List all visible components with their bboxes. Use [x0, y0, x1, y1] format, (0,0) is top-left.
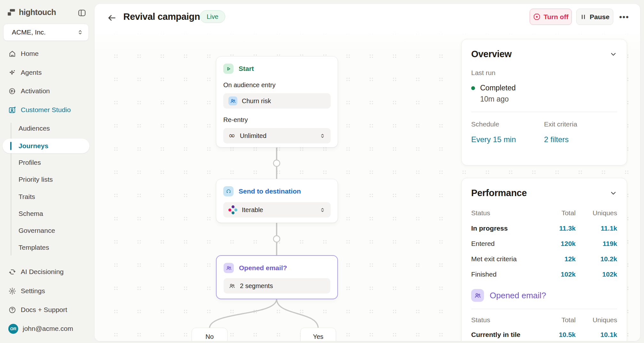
- column-uniques: Uniques: [576, 316, 617, 324]
- sidebar-item-customer-studio[interactable]: Customer Studio: [0, 103, 93, 117]
- segments-count: 2 segments: [240, 282, 273, 290]
- column-total: Total: [540, 316, 576, 324]
- audience-name: Churn risk: [242, 97, 271, 105]
- hightouch-logo: hightouch: [7, 8, 56, 17]
- selected-tile-link[interactable]: Opened email?: [490, 291, 546, 301]
- sidebar-item-label: Traits: [19, 193, 35, 201]
- sidebar-item-label: Settings: [21, 287, 45, 295]
- column-status: Status: [471, 209, 540, 217]
- performance-title: Performance: [471, 188, 527, 198]
- sidebar-item-label: AI Decisioning: [21, 268, 64, 276]
- sidebar-item-ai-decisioning[interactable]: AI Decisioning: [0, 265, 93, 279]
- customer-studio-icon: [8, 106, 16, 114]
- start-node[interactable]: Start On audience entry Churn risk Re-en…: [216, 56, 338, 148]
- row-status: In progress: [471, 225, 540, 232]
- sidebar-item-settings[interactable]: Settings: [0, 284, 93, 298]
- reentry-label: Re-entry: [223, 116, 331, 124]
- destination-select[interactable]: Iterable: [223, 202, 331, 217]
- row-total: 11.3k: [540, 225, 576, 232]
- row-status: Met exit criteria: [471, 255, 540, 263]
- node-title: Opened email?: [239, 264, 287, 272]
- audience-field[interactable]: Churn risk: [223, 93, 331, 109]
- row-total: 10.5k: [540, 331, 576, 339]
- segments-people-icon: [471, 289, 484, 302]
- gear-icon: [8, 287, 16, 295]
- destination-name: Iterable: [242, 206, 263, 214]
- user-email: john@acme.com: [23, 325, 73, 332]
- divider: [471, 112, 617, 112]
- last-run-time: 10m ago: [480, 95, 516, 103]
- help-icon: [8, 306, 16, 314]
- overview-card: Overview Last run Completed 10m ago Sche…: [461, 39, 627, 165]
- brand-name: hightouch: [19, 8, 56, 17]
- add-node-connector[interactable]: [273, 236, 280, 242]
- row-uniques: 11.1k: [576, 225, 617, 232]
- workspace-name: ACME, Inc.: [12, 28, 46, 36]
- sidebar-item-label: Journeys: [19, 142, 48, 150]
- unfold-chevrons-icon: [319, 133, 326, 139]
- sidebar-item-audiences[interactable]: Audiences: [0, 121, 93, 135]
- sidebar-item-label: Audiences: [19, 125, 50, 132]
- reentry-select[interactable]: ∞ Unlimited: [223, 128, 331, 143]
- chevron-down-icon[interactable]: [610, 50, 617, 58]
- sidebar-item-label: Home: [21, 50, 39, 57]
- row-total: 12k: [540, 255, 576, 263]
- sidebar-item-profiles[interactable]: Profiles: [0, 156, 93, 170]
- send-to-destination-node[interactable]: Send to destination Iterable: [216, 179, 338, 223]
- play-icon: [223, 64, 234, 74]
- row-uniques: 102k: [576, 271, 617, 278]
- destination-sync-icon: [223, 186, 234, 196]
- home-icon: [8, 50, 16, 58]
- chevron-down-icon[interactable]: [610, 189, 617, 197]
- sidebar-item-docs-support[interactable]: Docs + Support: [0, 303, 93, 317]
- sidebar-item-journeys[interactable]: Journeys: [0, 139, 93, 153]
- sidebar-item-schema[interactable]: Schema: [0, 207, 93, 221]
- sidebar-item-label: Profiles: [19, 159, 41, 166]
- workspace-selector[interactable]: ACME, Inc.: [3, 24, 89, 41]
- exit-criteria-label: Exit criteria: [544, 120, 617, 128]
- sidebar-item-priority-lists[interactable]: Priority lists: [0, 172, 93, 187]
- performance-card: Performance Status Total Uniques In prog…: [461, 178, 627, 341]
- sidebar-collapse-icon[interactable]: [77, 8, 87, 18]
- sidebar-user-menu[interactable]: OR john@acme.com: [0, 322, 93, 336]
- sidebar-item-label: Customer Studio: [21, 106, 71, 114]
- opened-email-branch-node[interactable]: Opened email? 2 segments: [216, 255, 338, 299]
- sidebar-item-traits[interactable]: Traits: [0, 190, 93, 204]
- branch-yes-label: Yes: [313, 333, 324, 341]
- ai-decisioning-icon: [8, 268, 16, 276]
- sidebar-item-label: Activation: [21, 87, 50, 95]
- sidebar-item-templates[interactable]: Templates: [0, 240, 93, 255]
- sidebar: hightouch ACME, Inc. Home Agents A: [0, 0, 93, 343]
- column-total: Total: [540, 209, 576, 217]
- schedule-label: Schedule: [471, 120, 544, 128]
- row-status: Entered: [471, 240, 540, 248]
- sidebar-item-home[interactable]: Home: [0, 47, 93, 61]
- hightouch-logo-icon: [7, 8, 16, 17]
- sidebar-item-label: Governance: [19, 227, 55, 234]
- segments-field[interactable]: 2 segments: [224, 278, 330, 293]
- sidebar-item-label: Agents: [21, 69, 42, 76]
- main-panel: Revival campaign Live Turn off Pause •••…: [95, 4, 640, 341]
- segments-people-icon: [224, 263, 234, 273]
- branch-no-tile[interactable]: No: [192, 328, 227, 341]
- exit-criteria-link[interactable]: 2 filters: [544, 135, 617, 144]
- sidebar-item-agents[interactable]: Agents: [0, 65, 93, 80]
- branch-yes-tile[interactable]: Yes: [300, 328, 336, 341]
- schedule-link[interactable]: Every 15 min: [471, 135, 544, 144]
- row-uniques: 10.2k: [576, 255, 617, 263]
- sparkle-icon: [8, 69, 16, 77]
- column-uniques: Uniques: [576, 209, 617, 217]
- row-uniques: 10.1k: [576, 331, 617, 339]
- node-title: Send to destination: [239, 187, 301, 195]
- add-node-connector[interactable]: [273, 160, 280, 166]
- sidebar-item-activation[interactable]: Activation: [0, 84, 93, 98]
- activation-icon: [8, 87, 16, 95]
- people-icon: [229, 283, 235, 289]
- infinity-icon: ∞: [228, 131, 235, 140]
- row-status: Finished: [471, 271, 540, 278]
- overview-title: Overview: [471, 49, 512, 59]
- reentry-value: Unlimited: [240, 132, 266, 140]
- sidebar-item-governance[interactable]: Governance: [0, 224, 93, 238]
- divider: [471, 309, 617, 309]
- unfold-chevrons-icon: [319, 207, 326, 213]
